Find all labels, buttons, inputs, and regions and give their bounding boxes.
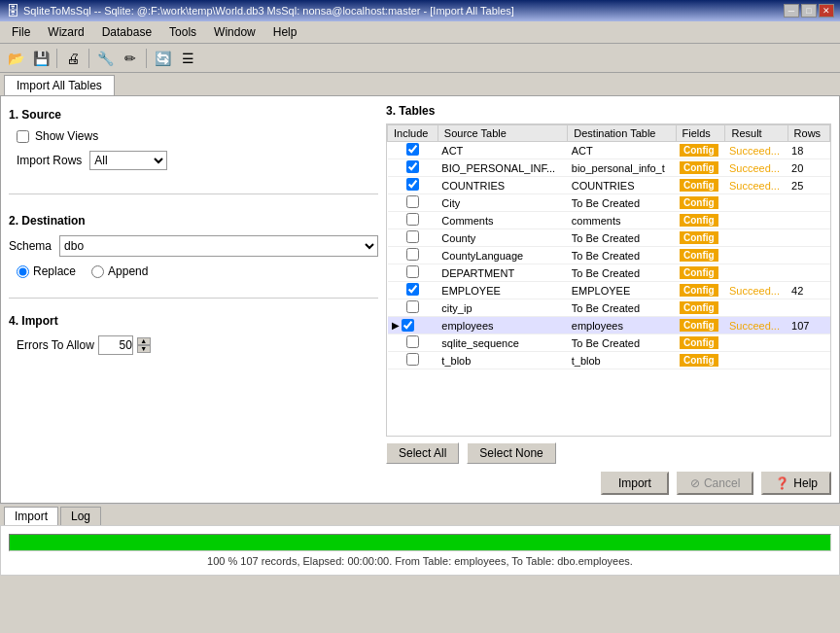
menu-wizard[interactable]: Wizard (40, 23, 91, 41)
progress-bar-outer (9, 534, 831, 551)
replace-label: Replace (33, 264, 76, 278)
right-panel: 3. Tables Include Source Table Destinati… (386, 104, 831, 495)
close-button[interactable]: ✕ (819, 4, 834, 18)
import-button[interactable]: Import (601, 472, 669, 495)
menu-window[interactable]: Window (206, 23, 263, 41)
toolbar-open[interactable]: 📂 (4, 47, 27, 70)
cancel-icon: ⊘ (690, 476, 700, 490)
window-title: SqliteToMsSql -- Sqlite: @:F:\work\temp\… (23, 5, 514, 17)
row-count (788, 264, 829, 282)
toolbar-print[interactable]: 🖨 (61, 47, 85, 70)
config-badge[interactable]: Config (680, 179, 718, 192)
errors-spinner: ▲ ▼ (137, 337, 151, 353)
main-content: 1. Source Show Views Import Rows All 2. … (0, 95, 840, 504)
row-dest-table: ACT (568, 142, 676, 159)
row-include-checkbox[interactable] (406, 178, 419, 191)
config-badge[interactable]: Config (680, 266, 718, 279)
config-badge[interactable]: Config (680, 161, 718, 174)
cancel-label: Cancel (704, 476, 740, 490)
row-source-table: County (438, 229, 567, 247)
row-include-checkbox[interactable] (406, 265, 419, 278)
row-source-table: city_ip (438, 299, 567, 317)
menu-tools[interactable]: Tools (161, 23, 204, 41)
menu-help[interactable]: Help (265, 23, 305, 41)
row-include-checkbox[interactable] (406, 230, 419, 243)
row-source-table: ACT (438, 142, 567, 159)
import-rows-row: Import Rows All (17, 151, 378, 170)
row-include-checkbox[interactable] (406, 143, 419, 156)
table-row: CountyLanguageTo Be CreatedConfig (388, 247, 830, 264)
row-dest-table: EMPLOYEE (568, 282, 676, 299)
schema-select[interactable]: dbo (59, 235, 378, 257)
row-result (725, 212, 788, 229)
help-button[interactable]: ❓ Help (761, 472, 831, 495)
row-include-checkbox[interactable] (406, 353, 419, 366)
toolbar-tool2[interactable]: ✏ (119, 47, 142, 70)
spin-up[interactable]: ▲ (137, 337, 151, 345)
spin-down[interactable]: ▼ (137, 345, 151, 353)
config-badge[interactable]: Config (680, 249, 718, 262)
row-include-checkbox[interactable] (406, 300, 419, 313)
row-include-checkbox[interactable] (406, 195, 419, 208)
row-source-table: Comments (438, 212, 567, 229)
row-include-checkbox[interactable] (402, 319, 414, 332)
row-result: Succeed... (725, 159, 788, 177)
divider-1 (9, 193, 378, 194)
table-buttons: Select All Select None (386, 442, 831, 464)
import-rows-label: Import Rows (17, 154, 82, 167)
toolbar-refresh[interactable]: 🔄 (151, 47, 174, 70)
table-row: t_blobt_blobConfig (388, 352, 830, 369)
title-bar: 🗄 SqliteToMsSql -- Sqlite: @:F:\work\tem… (0, 0, 840, 21)
row-count: 18 (788, 142, 829, 159)
progress-bar-inner (10, 535, 830, 550)
row-dest-table: employees (568, 317, 676, 334)
bottom-tab-log[interactable]: Log (60, 507, 101, 525)
status-text: 100 % 107 records, Elapsed: 00:00:00. Fr… (9, 555, 831, 567)
errors-input[interactable] (98, 335, 133, 355)
toolbar-save[interactable]: 💾 (29, 47, 52, 70)
config-badge[interactable]: Config (680, 319, 718, 332)
config-badge[interactable]: Config (680, 284, 718, 297)
show-views-checkbox[interactable] (17, 130, 29, 143)
import-rows-select[interactable]: All (89, 151, 167, 170)
row-result (725, 299, 788, 317)
cancel-button[interactable]: ⊘ Cancel (677, 472, 753, 495)
col-rows: Rows (788, 125, 829, 142)
row-include-checkbox[interactable] (406, 248, 419, 261)
panels: 1. Source Show Views Import Rows All 2. … (1, 96, 839, 503)
row-include-checkbox[interactable] (406, 160, 419, 173)
config-badge[interactable]: Config (680, 214, 718, 227)
row-include-checkbox[interactable] (406, 283, 419, 296)
row-include-checkbox[interactable] (406, 335, 419, 348)
select-none-button[interactable]: Select None (467, 442, 555, 464)
menu-file[interactable]: File (4, 23, 38, 41)
tab-import-all-tables[interactable]: Import All Tables (4, 75, 115, 95)
config-badge[interactable]: Config (680, 196, 718, 209)
toolbar-sep-1 (56, 49, 57, 68)
bottom-tab-import[interactable]: Import (4, 507, 58, 525)
config-badge[interactable]: Config (680, 231, 718, 244)
row-count (788, 194, 829, 212)
maximize-button[interactable]: □ (801, 4, 817, 18)
menu-database[interactable]: Database (94, 23, 159, 41)
row-dest-table: comments (568, 212, 676, 229)
toolbar-tool1[interactable]: 🔧 (93, 47, 117, 70)
source-section: 1. Source Show Views Import Rows All (9, 104, 378, 178)
select-all-button[interactable]: Select All (386, 442, 459, 464)
config-badge[interactable]: Config (680, 144, 718, 157)
show-views-label: Show Views (35, 129, 98, 143)
append-radio[interactable] (91, 265, 104, 278)
minimize-button[interactable]: ─ (784, 4, 799, 18)
table-row: COUNTRIESCOUNTRIESConfigSucceed...25 (388, 177, 830, 194)
row-include-checkbox[interactable] (406, 213, 419, 226)
config-badge[interactable]: Config (680, 354, 718, 367)
toolbar-sep-2 (88, 49, 89, 68)
col-source: Source Table (438, 125, 567, 142)
config-badge[interactable]: Config (680, 336, 718, 349)
row-source-table: employees (438, 317, 567, 334)
config-badge[interactable]: Config (680, 301, 718, 314)
row-source-table: DEPARTMENT (438, 264, 567, 282)
replace-radio[interactable] (17, 265, 29, 278)
schema-label: Schema (9, 239, 52, 253)
toolbar-list[interactable]: ☰ (176, 47, 199, 70)
